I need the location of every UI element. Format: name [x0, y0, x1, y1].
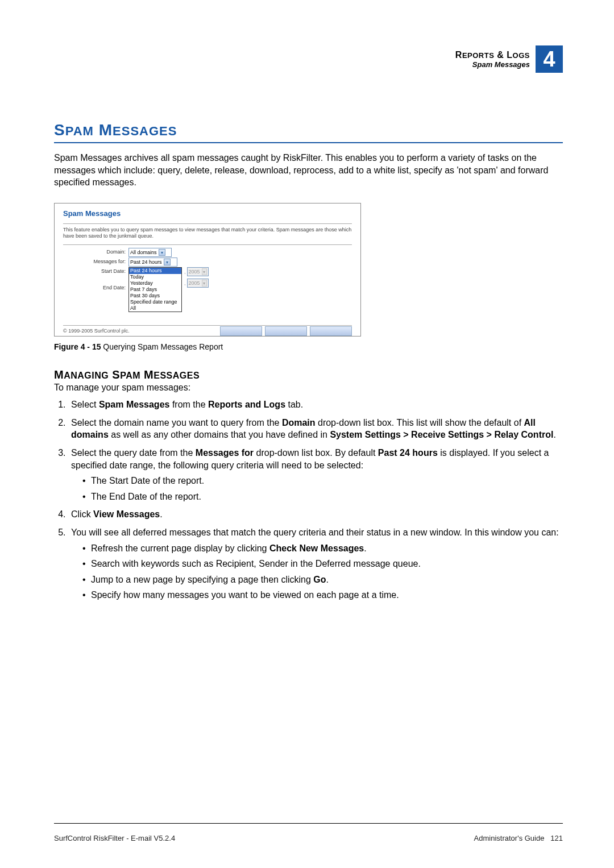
dropdown-option[interactable]: Yesterday — [129, 280, 181, 286]
start-year-dropdown[interactable]: 2005▾ — [187, 267, 209, 276]
dropdown-option[interactable]: Past 24 hours — [129, 268, 181, 274]
screenshot-button[interactable] — [265, 326, 307, 336]
substep-item: The End Date of the report. — [82, 491, 563, 503]
screenshot-button[interactable] — [220, 326, 262, 336]
screenshot-panel: Spam Messages This feature enables you t… — [54, 203, 361, 337]
footer-right: Administrator's Guide 121 — [474, 834, 563, 842]
dropdown-arrow-icon: ▾ — [159, 249, 165, 256]
dropdown-option[interactable]: Past 30 days — [129, 293, 181, 299]
step-item: Select Spam Messages from the Reports an… — [68, 398, 563, 411]
date-separator: , — [184, 269, 186, 275]
messages-for-dropdown[interactable]: Past 24 hours▾ — [128, 258, 177, 267]
substep-item: Refresh the current page display by clic… — [82, 542, 563, 555]
step-item: Select the domain name you want to query… — [68, 417, 563, 441]
subsection-title: MANAGING SPAM MESSAGES — [54, 368, 563, 381]
header-category: REPORTS & LOGS — [455, 50, 530, 60]
step-item: Click View Messages. — [68, 508, 563, 521]
dropdown-option[interactable]: Today — [129, 274, 181, 280]
domain-label: Domain: — [63, 248, 128, 255]
dropdown-option[interactable]: Past 7 days — [129, 286, 181, 293]
panel-description: This feature enables you to query spam m… — [63, 227, 352, 240]
dropdown-option[interactable]: Specified date range — [129, 299, 181, 305]
chapter-number-badge: 4 — [536, 45, 563, 73]
page-header: REPORTS & LOGS Spam Messages 4 — [54, 45, 563, 73]
substep-item: The Start Date of the report. — [82, 475, 563, 487]
dropdown-option[interactable]: All — [129, 305, 181, 312]
panel-title: Spam Messages — [63, 209, 352, 218]
substep-item: Specify how many messages you want to be… — [82, 589, 563, 601]
dropdown-arrow-icon: ▾ — [202, 268, 207, 275]
domain-dropdown[interactable]: All domains▾ — [128, 248, 172, 257]
substep-item: Search with keywords such as Recipient, … — [82, 558, 563, 570]
messages-for-label: Messages for: — [63, 258, 128, 264]
steps-list: Select Spam Messages from the Reports an… — [54, 398, 563, 601]
end-date-label: End Date: — [63, 276, 128, 290]
page-footer: SurfControl RiskFilter - E-mail V5.2.4 A… — [54, 834, 563, 842]
step-item: Select the query date from the Messages … — [68, 447, 563, 502]
intro-paragraph: Spam Messages archives all spam messages… — [54, 152, 563, 189]
end-year-dropdown[interactable]: 2005▾ — [187, 279, 209, 288]
screenshot-button[interactable] — [310, 326, 352, 336]
substep-item: Jump to a new page by specifying a page … — [82, 574, 563, 586]
figure-caption: Figure 4 - 15 Querying Spam Messages Rep… — [54, 342, 563, 351]
header-subtitle: Spam Messages — [455, 60, 530, 69]
step-item: You will see all deferred messages that … — [68, 526, 563, 601]
footer-left: SurfControl RiskFilter - E-mail V5.2.4 — [54, 834, 175, 842]
manual-page: REPORTS & LOGS Spam Messages 4 SPAM MESS… — [0, 0, 614, 868]
dropdown-arrow-icon: ▾ — [202, 280, 207, 286]
start-date-label: Start Date: — [63, 267, 128, 274]
footer-rule — [54, 823, 563, 824]
date-separator: , — [184, 280, 186, 286]
section-title: SPAM MESSAGES — [54, 121, 563, 139]
messages-for-dropdown-list[interactable]: Past 24 hours Today Yesterday Past 7 day… — [128, 267, 182, 312]
title-rule — [54, 142, 563, 143]
dropdown-arrow-icon: ▾ — [164, 259, 171, 265]
subsection-lead: To manage your spam messages: — [54, 383, 563, 393]
screenshot-copyright: © 1999-2005 SurfControl plc. — [63, 327, 130, 336]
